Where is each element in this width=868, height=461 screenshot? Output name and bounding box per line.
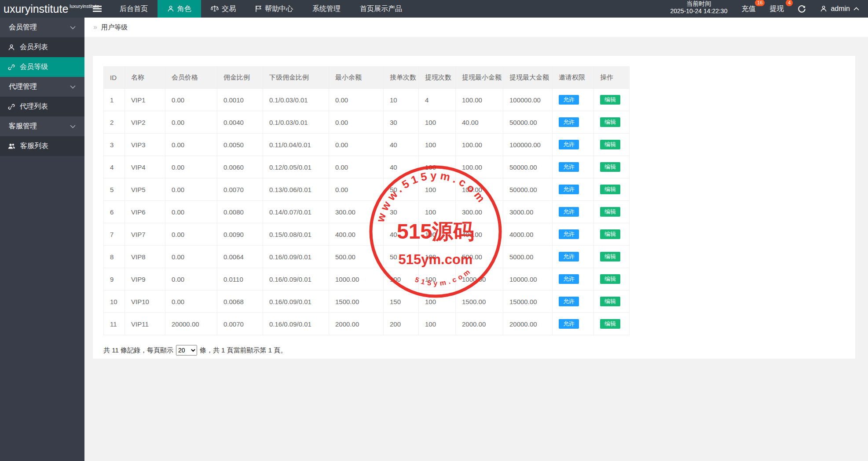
admin-menu[interactable]: admin <box>820 5 859 13</box>
operation-cell: 编辑 <box>594 290 630 313</box>
allow-button[interactable]: 允许 <box>559 162 579 172</box>
table-cell: 1000.00 <box>456 268 503 290</box>
edit-button[interactable]: 编辑 <box>600 229 620 239</box>
table-cell: 0.00 <box>165 134 217 156</box>
withdraw-link[interactable]: 提现 4 <box>769 4 784 14</box>
edit-button[interactable]: 编辑 <box>600 162 620 172</box>
page-size-select[interactable]: 20 <box>176 345 197 356</box>
edit-button[interactable]: 编辑 <box>600 207 620 217</box>
table-cell: VIP8 <box>125 246 165 268</box>
chevron-up-icon <box>853 7 859 11</box>
operation-cell: 编辑 <box>594 246 630 268</box>
recharge-link[interactable]: 充值 16 <box>741 4 755 14</box>
recharge-badge: 16 <box>755 0 765 6</box>
table-row: 7VIP70.000.00900.15/0.08/0.01400.0040100… <box>104 223 630 246</box>
edit-button[interactable]: 编辑 <box>600 185 620 194</box>
table-cell: 10000.00 <box>503 268 553 290</box>
table-cell: 4 <box>419 89 456 111</box>
table-cell: 0.00 <box>165 223 217 246</box>
refresh-icon[interactable] <box>798 5 806 13</box>
nav-item[interactable]: 系统管理 <box>303 0 350 18</box>
table-cell: 5000.00 <box>503 246 553 268</box>
allow-button[interactable]: 允许 <box>559 207 579 217</box>
pagination-text-after: 條，共 1 頁當前顯示第 1 頁。 <box>200 346 287 355</box>
allow-button[interactable]: 允许 <box>559 140 579 149</box>
table-row: 3VIP30.000.00500.11/0.04/0.010.004010010… <box>104 134 630 156</box>
table-cell: 100.00 <box>456 156 503 178</box>
table-cell: 0.0060 <box>217 156 263 178</box>
column-header: 会员价格 <box>165 67 217 89</box>
link-icon <box>8 64 15 71</box>
table-cell: 0.00 <box>165 178 217 201</box>
edit-button[interactable]: 编辑 <box>600 117 620 127</box>
chevron-down-icon <box>70 85 76 89</box>
table-cell: 0.12/0.05/0.01 <box>263 156 329 178</box>
column-header: 名称 <box>125 67 165 89</box>
table-cell: 0.11/0.04/0.01 <box>263 134 329 156</box>
edit-button[interactable]: 编辑 <box>600 274 620 284</box>
edit-button[interactable]: 编辑 <box>600 95 620 105</box>
time-value: 2025-10-24 14:22:30 <box>670 7 727 15</box>
nav-item[interactable]: 帮助中心 <box>245 0 303 18</box>
column-header: ID <box>104 67 125 89</box>
table-row: 11VIP1120000.000.00700.16/0.09/0.012000.… <box>104 313 630 335</box>
table-cell: 100 <box>419 246 456 268</box>
sidebar-group[interactable]: 代理管理 <box>0 77 84 97</box>
nav-item[interactable]: 角色 <box>157 0 201 18</box>
invite-permission-cell: 允许 <box>553 223 594 246</box>
allow-button[interactable]: 允许 <box>559 95 579 105</box>
table-cell: 0.16/0.09/0.01 <box>263 246 329 268</box>
sidebar-group[interactable]: 客服管理 <box>0 116 84 136</box>
table-cell: 100 <box>419 111 456 134</box>
edit-button[interactable]: 编辑 <box>600 140 620 149</box>
header-right: 当前时间 2025-10-24 14:22:30 充值 16 提现 4 admi… <box>670 0 868 18</box>
sidebar-item[interactable]: 会员列表 <box>0 37 84 57</box>
scales-icon <box>211 5 219 12</box>
edit-button[interactable]: 编辑 <box>600 252 620 261</box>
table-cell: 20000.00 <box>503 313 553 335</box>
users-icon <box>8 143 15 149</box>
edit-button[interactable]: 编辑 <box>600 319 620 329</box>
current-time: 当前时间 2025-10-24 14:22:30 <box>670 0 727 15</box>
invite-permission-cell: 允许 <box>553 134 594 156</box>
sidebar-group[interactable]: 会员管理 <box>0 18 84 37</box>
table-cell: 0.0068 <box>217 290 263 313</box>
allow-button[interactable]: 允许 <box>559 117 579 127</box>
sidebar-item[interactable]: 会员等级 <box>0 57 84 77</box>
nav-item[interactable]: 首页展示产品 <box>350 0 412 18</box>
nav-item[interactable]: 后台首页 <box>110 0 157 18</box>
breadcrumb: » 用户等级 <box>84 18 868 37</box>
table-cell: VIP4 <box>125 156 165 178</box>
table-cell: 0.00 <box>165 246 217 268</box>
app-logo: uxuryinstituteluxuryinstitute <box>0 0 84 18</box>
sidebar-group-label: 代理管理 <box>9 82 37 91</box>
allow-button[interactable]: 允许 <box>559 297 579 306</box>
table-cell: 100.00 <box>456 134 503 156</box>
allow-button[interactable]: 允许 <box>559 252 579 261</box>
hamburger-icon[interactable] <box>84 0 110 18</box>
sidebar-item[interactable]: 代理列表 <box>0 97 84 116</box>
table-cell: VIP6 <box>125 201 165 223</box>
table-cell: 0.1/0.03/0.01 <box>263 89 329 111</box>
allow-button[interactable]: 允许 <box>559 319 579 329</box>
table-cell: 50000.00 <box>503 178 553 201</box>
table-row: 1VIP10.000.00100.1/0.03/0.010.00104100.0… <box>104 89 630 111</box>
nav-item[interactable]: 交易 <box>201 0 245 18</box>
allow-button[interactable]: 允许 <box>559 185 579 194</box>
table-cell: 100 <box>419 201 456 223</box>
table-cell: 4000.00 <box>503 223 553 246</box>
sidebar-item[interactable]: 客服列表 <box>0 136 84 156</box>
table-cell: 0.00 <box>329 89 384 111</box>
table-cell: 300.00 <box>329 201 384 223</box>
admin-name: admin <box>831 5 850 13</box>
invite-permission-cell: 允许 <box>553 201 594 223</box>
allow-button[interactable]: 允许 <box>559 229 579 239</box>
table-cell: 100 <box>419 178 456 201</box>
edit-button[interactable]: 编辑 <box>600 297 620 306</box>
allow-button[interactable]: 允许 <box>559 274 579 284</box>
table-cell: 0.16/0.09/0.01 <box>263 290 329 313</box>
nav-item-label: 帮助中心 <box>265 4 293 14</box>
table-row: 10VIP100.000.00680.16/0.09/0.011500.0015… <box>104 290 630 313</box>
withdraw-badge: 4 <box>786 0 793 6</box>
pagination-text-before: 共 11 條記錄，每頁顯示 <box>103 346 173 355</box>
